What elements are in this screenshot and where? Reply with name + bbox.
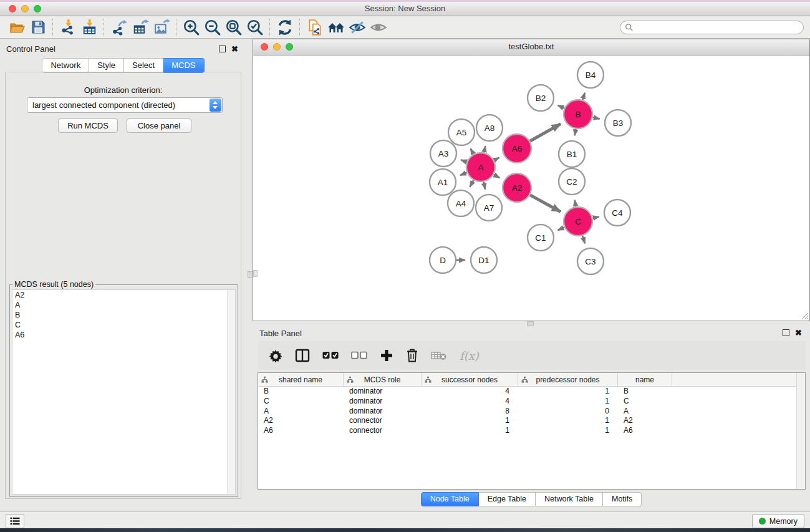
mcds-result-item[interactable]: C [12,320,235,330]
search-box[interactable] [620,21,804,34]
graph-node-A8[interactable]: A8 [476,115,503,141]
graph-node-B2[interactable]: B2 [528,85,554,111]
column-header-successor-nodes[interactable]: successor nodes [422,373,518,386]
tab-select[interactable]: Select [124,58,163,73]
graph-node-D[interactable]: D [430,247,456,273]
graph-node-D1[interactable]: D1 [471,247,497,273]
task-history-button[interactable] [6,514,24,528]
graph-node-B1[interactable]: B1 [559,141,585,167]
graph-edge-A-A7[interactable] [484,182,485,190]
graph-edge-A-A1[interactable] [460,173,467,175]
apply-layout-icon[interactable] [274,18,296,37]
result-scrollbar[interactable] [227,290,235,494]
float-table-panel-icon[interactable] [783,329,789,336]
mcds-result-item[interactable]: B [12,310,235,320]
close-table-panel-icon[interactable]: ✖ [795,330,802,336]
graph-node-B4[interactable]: B4 [577,62,604,88]
function-builder-icon[interactable]: f(x) [460,349,479,362]
graph-node-C2[interactable]: C2 [559,168,585,195]
graph-node-A5[interactable]: A5 [448,119,475,145]
graph-node-A4[interactable]: A4 [448,190,474,216]
net-close-button[interactable] [261,43,268,51]
graph-node-A6[interactable]: A6 [503,134,531,163]
window-edge-handle[interactable] [253,270,258,277]
table-scrollbar[interactable] [796,373,805,489]
table-row[interactable]: A2connector11A2 [258,416,805,426]
graph-node-A[interactable]: A [466,153,495,181]
close-panel-button[interactable]: Close panel [127,118,191,133]
float-panel-icon[interactable] [219,46,226,52]
graph-node-B3[interactable]: B3 [605,110,631,136]
minimize-window-button[interactable] [21,5,29,12]
tab-node-table[interactable]: Node Table [421,492,479,506]
export-table-icon[interactable] [130,18,151,37]
zoom-in-icon[interactable] [181,18,202,37]
select-all-checkboxes-icon[interactable] [322,347,339,364]
table-options-icon[interactable] [269,347,282,364]
table-row[interactable]: Adominator80A [258,407,805,417]
graph-edge-A6-B[interactable] [530,124,561,142]
mcds-result-item[interactable]: A2 [12,290,235,300]
memory-button[interactable]: Memory [752,514,804,528]
network-window-titlebar[interactable]: testGlobe.txt [253,39,809,56]
graph-edge-A-A2[interactable] [494,175,499,178]
graph-edge-C-C2[interactable] [575,200,576,207]
close-panel-icon[interactable]: ✖ [231,46,238,52]
tab-mcds[interactable]: MCDS [163,58,204,73]
table-row[interactable]: Cdominator41C [258,397,805,407]
zoom-fit-icon[interactable] [223,18,244,37]
tab-style[interactable]: Style [89,58,124,73]
graph-edge-A-A5[interactable] [471,148,474,154]
graph-edge-C-C3[interactable] [582,236,585,243]
table-row[interactable]: Bdominator41B [258,387,805,397]
open-session-icon[interactable] [6,18,27,37]
graph-edge-B-B2[interactable] [558,105,564,109]
graph-edge-B-B4[interactable] [582,93,585,100]
net-zoom-button[interactable] [286,43,293,51]
graph-node-C3[interactable]: C3 [577,248,604,274]
column-header-predecessor-nodes[interactable]: predecessor nodes [518,373,618,386]
search-input[interactable] [637,21,803,34]
graph-edge-B-B1[interactable] [575,129,576,136]
close-window-button[interactable] [9,5,16,12]
graph-edge-A-A4[interactable] [470,180,473,187]
graph-edge-C-C1[interactable] [558,228,564,231]
network-graph[interactable]: AA1A2A3A4A5A6A7A8BB1B2B3B4CC1C2C3C4DD1 [253,56,809,321]
column-header-shared-name[interactable]: shared name [258,373,344,386]
import-table-icon[interactable] [79,18,100,37]
tab-edge-table[interactable]: Edge Table [479,492,536,506]
graph-node-B[interactable]: B [564,100,592,128]
duplicate-network-icon[interactable] [304,18,325,37]
criterion-select[interactable]: largest connected component (directed) [27,97,223,113]
graph-node-C1[interactable]: C1 [528,225,554,251]
graph-node-A1[interactable]: A1 [430,169,456,195]
import-network-icon[interactable] [57,18,79,37]
graph-edge-C-C4[interactable] [592,217,599,218]
graphics-details-icon[interactable] [347,18,368,37]
tab-network-table[interactable]: Network Table [536,492,603,506]
zoom-window-button[interactable] [34,5,41,12]
run-mcds-button[interactable]: Run MCDS [58,118,118,133]
tab-network[interactable]: Network [42,58,89,73]
table-row[interactable]: A6connector11A6 [258,426,805,436]
graph-edge-A2-C[interactable] [530,195,561,212]
graph-node-C[interactable]: C [564,207,592,236]
zoom-out-icon[interactable] [202,18,223,37]
tab-motifs[interactable]: Motifs [603,492,642,506]
zoom-selected-icon[interactable] [244,18,266,37]
create-column-icon[interactable] [380,347,393,364]
show-column-icon[interactable] [295,347,310,364]
save-session-icon[interactable] [27,18,49,37]
column-header-MCDS-role[interactable]: MCDS role [344,373,422,386]
export-image-icon[interactable] [151,18,172,37]
deselect-all-checkboxes-icon[interactable] [351,347,367,364]
graph-edge-A-A8[interactable] [484,146,485,152]
column-header-name[interactable]: name [618,373,672,386]
net-minimize-button[interactable] [273,43,281,51]
mcds-result-item[interactable]: A [12,300,235,310]
mcds-result-item[interactable]: A6 [12,330,235,340]
graph-edge-A-A6[interactable] [494,158,499,160]
graph-edge-A-A3[interactable] [461,160,466,162]
graph-edge-B-B3[interactable] [592,117,599,118]
show-overview-icon[interactable] [325,18,347,37]
